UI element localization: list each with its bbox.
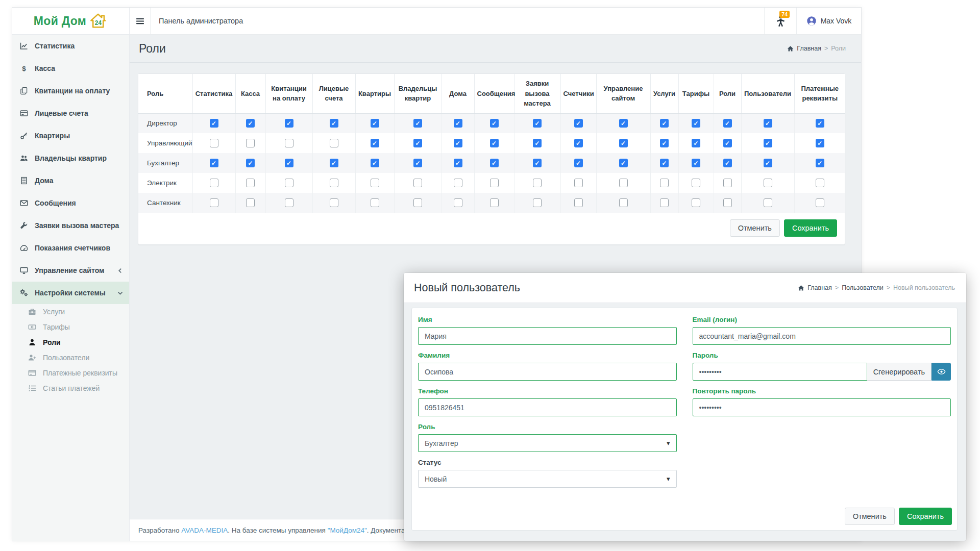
permission-checkbox-checked[interactable] xyxy=(660,159,669,167)
permission-checkbox-unchecked[interactable] xyxy=(413,198,422,207)
permission-checkbox-checked[interactable] xyxy=(816,159,824,167)
permission-checkbox-checked[interactable] xyxy=(371,119,379,128)
permission-checkbox-checked[interactable] xyxy=(490,159,499,167)
permission-checkbox-checked[interactable] xyxy=(490,119,499,128)
sidebar-item-payment-receipts[interactable]: Квитанции на оплату xyxy=(12,80,129,102)
sidebar-item-users[interactable]: Пользователи xyxy=(12,350,129,365)
password-input[interactable] xyxy=(693,363,867,381)
permission-checkbox-checked[interactable] xyxy=(692,139,700,147)
permission-checkbox-unchecked[interactable] xyxy=(490,198,499,207)
permission-checkbox-unchecked[interactable] xyxy=(246,139,255,147)
permission-checkbox-unchecked[interactable] xyxy=(574,198,583,207)
save-button[interactable]: Сохранить xyxy=(784,219,837,237)
sidebar-item-payment-articles[interactable]: Статьи платежей xyxy=(12,381,129,396)
permission-checkbox-unchecked[interactable] xyxy=(723,179,732,187)
user-menu[interactable]: Max Vovk xyxy=(797,16,861,26)
permission-checkbox-checked[interactable] xyxy=(692,159,700,167)
permission-checkbox-unchecked[interactable] xyxy=(723,198,732,207)
cancel-button[interactable]: Отменить xyxy=(730,219,780,237)
permission-checkbox-checked[interactable] xyxy=(619,139,628,147)
permission-checkbox-unchecked[interactable] xyxy=(285,198,293,207)
permission-checkbox-checked[interactable] xyxy=(660,119,669,128)
permission-checkbox-checked[interactable] xyxy=(660,139,669,147)
permission-checkbox-unchecked[interactable] xyxy=(490,179,499,187)
permission-checkbox-unchecked[interactable] xyxy=(692,198,700,207)
permission-checkbox-unchecked[interactable] xyxy=(454,179,462,187)
email-input[interactable] xyxy=(693,327,951,345)
permission-checkbox-checked[interactable] xyxy=(246,119,255,128)
permission-checkbox-checked[interactable] xyxy=(413,159,422,167)
permission-checkbox-checked[interactable] xyxy=(371,159,379,167)
permission-checkbox-checked[interactable] xyxy=(210,159,218,167)
permission-checkbox-unchecked[interactable] xyxy=(533,179,542,187)
permission-checkbox-unchecked[interactable] xyxy=(574,179,583,187)
permission-checkbox-unchecked[interactable] xyxy=(330,139,338,147)
permission-checkbox-unchecked[interactable] xyxy=(246,198,255,207)
role-select[interactable]: Бухгалтер xyxy=(418,434,677,452)
sidebar-item-tariffs[interactable]: Тарифы xyxy=(12,319,129,335)
permission-checkbox-checked[interactable] xyxy=(816,119,824,128)
permission-checkbox-checked[interactable] xyxy=(490,139,499,147)
status-select[interactable]: Новый xyxy=(418,470,677,488)
breadcrumb-home-link[interactable]: Главная xyxy=(797,45,821,52)
permission-checkbox-unchecked[interactable] xyxy=(619,198,628,207)
sidebar-item-meter-readings[interactable]: Показания счетчиков xyxy=(12,237,129,259)
permission-checkbox-unchecked[interactable] xyxy=(413,179,422,187)
sidebar-item-cash[interactable]: $Касса xyxy=(12,57,129,80)
permission-checkbox-unchecked[interactable] xyxy=(210,139,218,147)
sidebar-item-master-call-requests[interactable]: Заявки вызова мастера xyxy=(12,214,129,237)
permission-checkbox-checked[interactable] xyxy=(330,119,338,128)
permission-checkbox-unchecked[interactable] xyxy=(210,179,218,187)
sidebar-item-statistics[interactable]: Статистика xyxy=(12,35,129,57)
modal-save-button[interactable]: Сохранить xyxy=(899,508,952,525)
permission-checkbox-checked[interactable] xyxy=(723,159,732,167)
sidebar-item-messages[interactable]: Сообщения xyxy=(12,192,129,214)
permission-checkbox-checked[interactable] xyxy=(533,139,542,147)
permission-checkbox-unchecked[interactable] xyxy=(660,198,669,207)
sidebar-item-apartments[interactable]: Квартиры xyxy=(12,124,129,147)
permission-checkbox-checked[interactable] xyxy=(533,159,542,167)
permission-checkbox-unchecked[interactable] xyxy=(619,179,628,187)
sidebar-item-personal-accounts[interactable]: Лицевые счета xyxy=(12,102,129,124)
permission-checkbox-checked[interactable] xyxy=(371,139,379,147)
permission-checkbox-checked[interactable] xyxy=(330,159,338,167)
permission-checkbox-checked[interactable] xyxy=(692,119,700,128)
permission-checkbox-unchecked[interactable] xyxy=(764,179,772,187)
permission-checkbox-checked[interactable] xyxy=(454,119,462,128)
breadcrumb-home-link[interactable]: Главная xyxy=(807,284,832,291)
sidebar-item-payment-details[interactable]: Платежные реквизиты xyxy=(12,365,129,381)
permission-checkbox-checked[interactable] xyxy=(574,159,583,167)
permission-checkbox-unchecked[interactable] xyxy=(692,179,700,187)
permission-checkbox-checked[interactable] xyxy=(454,159,462,167)
permission-checkbox-checked[interactable] xyxy=(619,159,628,167)
permission-checkbox-checked[interactable] xyxy=(723,119,732,128)
permission-checkbox-unchecked[interactable] xyxy=(371,179,379,187)
last-name-input[interactable] xyxy=(418,363,677,381)
permission-checkbox-unchecked[interactable] xyxy=(454,198,462,207)
permission-checkbox-checked[interactable] xyxy=(816,139,824,147)
password-repeat-input[interactable] xyxy=(693,398,951,416)
permission-checkbox-checked[interactable] xyxy=(533,119,542,128)
permission-checkbox-checked[interactable] xyxy=(619,119,628,128)
permission-checkbox-checked[interactable] xyxy=(574,119,583,128)
permission-checkbox-unchecked[interactable] xyxy=(816,179,824,187)
permission-checkbox-unchecked[interactable] xyxy=(533,198,542,207)
sidebar-item-site-management[interactable]: Управление сайтом xyxy=(12,259,129,282)
phone-input[interactable] xyxy=(418,398,677,416)
permission-checkbox-checked[interactable] xyxy=(454,139,462,147)
footer-link-avada-media[interactable]: AVADA-MEDIA xyxy=(181,527,228,534)
permission-checkbox-unchecked[interactable] xyxy=(210,198,218,207)
show-password-button[interactable] xyxy=(932,363,951,381)
permission-checkbox-checked[interactable] xyxy=(574,139,583,147)
permission-checkbox-unchecked[interactable] xyxy=(816,198,824,207)
permission-checkbox-checked[interactable] xyxy=(285,119,293,128)
permission-checkbox-unchecked[interactable] xyxy=(764,198,772,207)
permission-checkbox-checked[interactable] xyxy=(764,119,772,128)
permission-checkbox-checked[interactable] xyxy=(764,159,772,167)
permission-checkbox-unchecked[interactable] xyxy=(285,139,293,147)
sidebar-item-system-settings[interactable]: Настройки системы xyxy=(12,282,129,304)
permission-checkbox-checked[interactable] xyxy=(210,119,218,128)
permission-checkbox-unchecked[interactable] xyxy=(246,179,255,187)
app-logo[interactable]: Мой Дом 24 xyxy=(12,8,130,35)
notifications-button[interactable]: 74 xyxy=(765,8,796,35)
